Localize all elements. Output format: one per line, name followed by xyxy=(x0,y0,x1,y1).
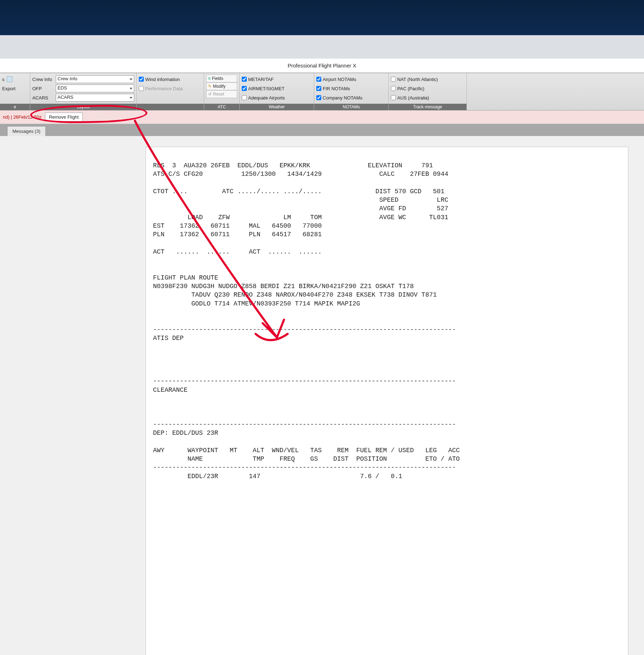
ribbon-group-notams: Airport NOTAMs FIR NOTAMs Company NOTAMs… xyxy=(314,73,389,110)
content-area: RLS 3 AUA320 26FEB EDDL/DUS EPKK/KRK ELE… xyxy=(0,136,644,655)
tab-strip: Messages (3) xyxy=(0,124,644,136)
remove-flight-button[interactable]: Remove Flight xyxy=(45,113,83,121)
group-title-layout: Layout xyxy=(30,104,136,110)
ofp-document[interactable]: RLS 3 AUA320 26FEB EDDL/DUS EPKK/KRK ELE… xyxy=(146,147,628,655)
ribbon-group-wind: Wind information Performance Data xyxy=(137,73,204,110)
tab-messages[interactable]: Messages (3) xyxy=(7,126,46,136)
crew-info-combo[interactable]: Crew Info xyxy=(56,75,134,83)
airmet-sigmet-checkbox[interactable]: AIRMET/SIGMET xyxy=(242,84,312,93)
group-title-atc: ATC xyxy=(204,104,239,110)
export-label[interactable]: Export xyxy=(2,86,16,91)
group-title-e: e xyxy=(0,104,30,110)
fields-button[interactable]: ≡Fields xyxy=(206,75,237,82)
flight-status-text: nd) | 26Feb/12:50z xyxy=(3,114,42,120)
performance-data-checkbox[interactable]: Performance Data xyxy=(139,84,202,93)
title-bar: Professional Flight Planner X xyxy=(0,59,644,73)
pencil-icon: ✎ xyxy=(208,84,212,89)
company-notams-checkbox[interactable]: Company NOTAMs xyxy=(316,93,386,102)
modify-button[interactable]: ✎Modify xyxy=(206,82,237,90)
ribbon: s Export e Crew Info Crew Info xyxy=(0,73,644,110)
window-chrome-top xyxy=(0,0,644,59)
ribbon-group-layout: Crew Info Crew Info OFP EDS ACARS ACARS … xyxy=(30,73,137,110)
new-doc-icon[interactable] xyxy=(7,76,12,82)
ribbon-group-track: NAT (North Atlantic) PAC (Pacific) AUS (… xyxy=(389,73,467,110)
ribbon-group-atc: ≡Fields ✎Modify ↺Reset ATC xyxy=(204,73,240,110)
fields-icon: ≡ xyxy=(208,76,211,81)
group-title-weather: Weather xyxy=(240,104,314,110)
fir-notams-checkbox[interactable]: FIR NOTAMs xyxy=(316,84,386,93)
aus-checkbox[interactable]: AUS (Australia) xyxy=(391,93,464,102)
ofp-label: OFP xyxy=(32,86,54,91)
group-title-track: Track message xyxy=(389,104,466,110)
airport-notams-checkbox[interactable]: Airport NOTAMs xyxy=(316,75,386,84)
left-gutter xyxy=(0,136,146,655)
pac-checkbox[interactable]: PAC (Pacific) xyxy=(391,84,464,93)
app-title: Professional Flight Planner X xyxy=(288,63,356,69)
crew-info-label: Crew Info xyxy=(32,77,54,82)
acars-combo[interactable]: ACARS xyxy=(56,94,134,102)
ribbon-group-stub: s Export e xyxy=(0,73,30,110)
group-title-blank1 xyxy=(137,104,204,110)
flight-status-bar: nd) | 26Feb/12:50z Remove Flight xyxy=(0,110,644,124)
ribbon-group-weather: METAR/TAF AIRMET/SIGMET Adequate Airport… xyxy=(240,73,314,110)
reset-button[interactable]: ↺Reset xyxy=(206,90,237,98)
group-title-notams: NOTAMs xyxy=(314,104,388,110)
wind-information-checkbox[interactable]: Wind information xyxy=(139,75,202,84)
ofp-combo[interactable]: EDS xyxy=(56,85,134,92)
acars-label: ACARS xyxy=(32,95,54,101)
nat-checkbox[interactable]: NAT (North Atlantic) xyxy=(391,75,464,84)
metar-taf-checkbox[interactable]: METAR/TAF xyxy=(242,75,312,84)
reset-icon: ↺ xyxy=(208,92,212,97)
stub-s: s xyxy=(2,77,5,82)
adequate-airports-checkbox[interactable]: Adequate Airports xyxy=(242,93,312,102)
